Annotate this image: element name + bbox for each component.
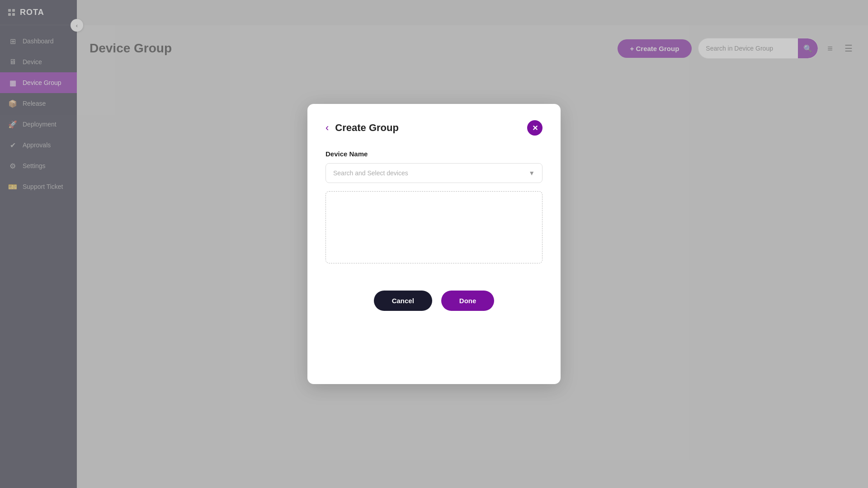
modal-title: Create Group <box>335 122 399 134</box>
cancel-button[interactable]: Cancel <box>374 291 432 311</box>
modal-header-left: ‹ Create Group <box>326 122 399 134</box>
modal-close-button[interactable]: ✕ <box>527 120 542 136</box>
modal-overlay: ‹ Create Group ✕ Device Name Search and … <box>0 0 868 488</box>
modal-header: ‹ Create Group ✕ <box>326 120 542 136</box>
close-icon: ✕ <box>532 124 538 132</box>
chevron-down-icon: ▼ <box>528 169 535 177</box>
modal-footer: Cancel Done <box>326 282 542 311</box>
device-name-label: Device Name <box>326 150 542 158</box>
device-search-placeholder: Search and Select devices <box>333 169 408 177</box>
modal-back-button[interactable]: ‹ <box>326 122 329 134</box>
modal-body: Device Name Search and Select devices ▼ <box>326 150 542 263</box>
done-button[interactable]: Done <box>441 291 495 311</box>
device-drop-area <box>326 191 542 263</box>
device-search-select[interactable]: Search and Select devices ▼ <box>326 163 542 183</box>
create-group-modal: ‹ Create Group ✕ Device Name Search and … <box>307 104 561 384</box>
